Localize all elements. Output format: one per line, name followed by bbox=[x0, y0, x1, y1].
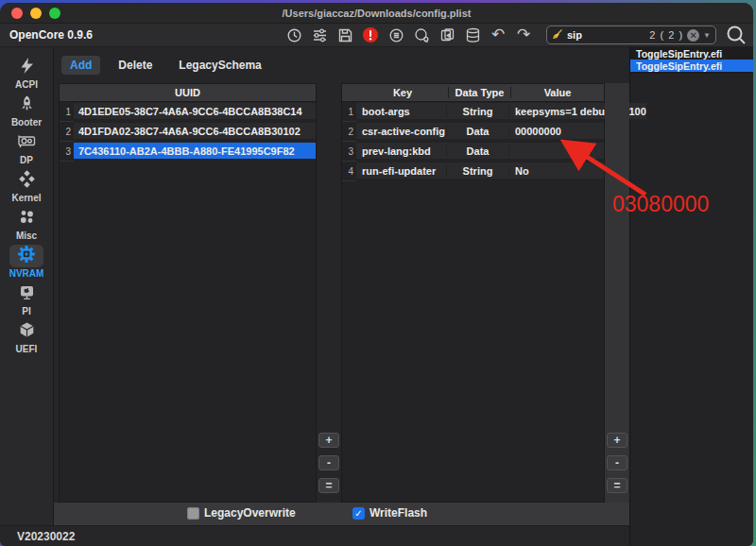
sidebar-item-dp[interactable]: DP bbox=[2, 131, 51, 165]
search-icon[interactable] bbox=[725, 24, 747, 46]
data-type-column-header[interactable]: Data Type bbox=[448, 87, 510, 98]
write-flash-checkbox[interactable]: ✓ WriteFlash bbox=[352, 506, 427, 520]
search-results-panel: ToggleSipEntry.efi ToggleSipEntry.efi bbox=[629, 47, 753, 546]
diamonds-icon bbox=[18, 170, 36, 192]
kv-table-controls: + - = bbox=[605, 83, 629, 503]
nvram-editor: Add Delete LegacySchema UUID 1 4D1EDE05-… bbox=[54, 47, 629, 525]
app-build-version: V20230022 bbox=[17, 530, 75, 543]
search-match-count: 2 ( 2 ) bbox=[649, 29, 683, 41]
save-icon[interactable] bbox=[336, 26, 353, 43]
lightning-icon bbox=[18, 57, 36, 78]
key-column-header[interactable]: Key bbox=[357, 87, 448, 98]
search-query: sip bbox=[567, 29, 582, 41]
titlebar: /Users/giaccaz/Downloads/config.plist bbox=[0, 3, 753, 24]
transfer-icon[interactable] bbox=[438, 26, 455, 43]
nav-sidebar: ACPI Booter bbox=[0, 47, 54, 525]
uuid-column-header[interactable]: UUID bbox=[60, 87, 316, 98]
toolbar: OpenCore 0.9.6 bbox=[0, 24, 753, 47]
sidebar-item-acpi[interactable]: ACPI bbox=[2, 56, 51, 90]
checkbox-checked-icon[interactable]: ✓ bbox=[352, 507, 365, 520]
sidebar-item-pi[interactable]: PI bbox=[2, 282, 51, 316]
undo-icon[interactable]: ↶ bbox=[490, 26, 507, 43]
efi-result-item[interactable]: ToggleSipEntry.efi bbox=[630, 47, 753, 60]
sidebar-item-uefi[interactable]: UEFI bbox=[2, 320, 51, 354]
remove-row-button[interactable]: - bbox=[318, 455, 339, 470]
row-menu-button[interactable]: = bbox=[607, 478, 627, 493]
uuid-table: UUID 1 4D1EDE05-38C7-4A6A-9CC6-4BCCA8B38… bbox=[59, 83, 317, 503]
uuid-row[interactable]: 2 4D1FDA02-38C7-4A6A-9CC6-4BCCA8B30102 bbox=[60, 122, 316, 142]
add-row-button[interactable]: + bbox=[318, 433, 339, 448]
kv-row[interactable]: 4 run-efi-updater String No bbox=[342, 162, 604, 181]
app-version-label: OpenCore 0.9.6 bbox=[9, 28, 93, 42]
search-field[interactable]: sip 2 ( 2 ) ✕ ▼ bbox=[546, 26, 716, 44]
options-sliders-icon[interactable] bbox=[311, 26, 328, 43]
value-column-header[interactable]: Value bbox=[510, 87, 604, 98]
kv-row[interactable]: 2 csr-active-config Data 00000000 bbox=[342, 122, 604, 142]
add-button[interactable]: Add bbox=[61, 56, 100, 75]
repair-tools-icon[interactable] bbox=[413, 26, 430, 43]
sidebar-item-nvram[interactable]: NVRAM bbox=[2, 245, 51, 279]
sidebar-item-booter[interactable]: Booter bbox=[2, 94, 51, 128]
chevron-down-icon[interactable]: ▼ bbox=[703, 31, 711, 40]
app-window: /Users/giaccaz/Downloads/config.plist Op… bbox=[0, 3, 753, 546]
sidebar-item-misc[interactable]: Misc bbox=[2, 207, 51, 241]
clear-search-icon[interactable]: ✕ bbox=[687, 29, 699, 42]
delete-button[interactable]: Delete bbox=[110, 56, 161, 75]
add-row-button[interactable]: + bbox=[607, 433, 627, 448]
circles-icon bbox=[18, 208, 36, 230]
alert-icon[interactable] bbox=[362, 26, 379, 43]
window-title: /Users/giaccaz/Downloads/config.plist bbox=[0, 8, 753, 19]
gear-icon bbox=[17, 245, 36, 267]
broom-icon bbox=[552, 26, 563, 43]
remove-row-button[interactable]: - bbox=[607, 455, 627, 470]
display-apple-icon bbox=[18, 283, 36, 305]
rocket-icon bbox=[18, 94, 36, 116]
row-menu-button[interactable]: = bbox=[318, 478, 339, 493]
legacy-overwrite-checkbox[interactable]: LegacyOverwrite bbox=[187, 506, 296, 520]
checkbox-unchecked-icon[interactable] bbox=[187, 507, 199, 520]
database-icon[interactable] bbox=[464, 26, 481, 43]
legacy-schema-button[interactable]: LegacySchema bbox=[170, 56, 269, 75]
key-value-table: Key Data Type Value 1 boot-args String k… bbox=[341, 83, 605, 503]
options-bar: LegacyOverwrite ✓ WriteFlash bbox=[54, 503, 629, 525]
sidebar-item-kernel[interactable]: Kernel bbox=[2, 169, 51, 203]
efi-result-item-selected[interactable]: ToggleSipEntry.efi bbox=[630, 60, 753, 72]
uuid-row[interactable]: 1 4D1EDE05-38C7-4A6A-9CC6-4BCCA8B38C14 bbox=[60, 102, 316, 122]
status-bar: V20230022 bbox=[0, 525, 629, 546]
history-icon[interactable] bbox=[285, 26, 302, 43]
cube-icon bbox=[18, 321, 36, 343]
kv-row[interactable]: 3 prev-lang:kbd Data bbox=[342, 142, 604, 162]
kv-row[interactable]: 1 boot-args String keepsyms=1 debug=0x10… bbox=[342, 102, 604, 122]
snapshot-icon[interactable] bbox=[387, 26, 404, 43]
redo-icon[interactable]: ↷ bbox=[515, 26, 532, 43]
gpu-card-icon bbox=[17, 132, 36, 154]
uuid-row-selected[interactable]: 3 7C436110-AB2A-4BBB-A880-FE41995C9F82 bbox=[60, 142, 316, 162]
uuid-table-controls: + - = bbox=[317, 83, 341, 503]
